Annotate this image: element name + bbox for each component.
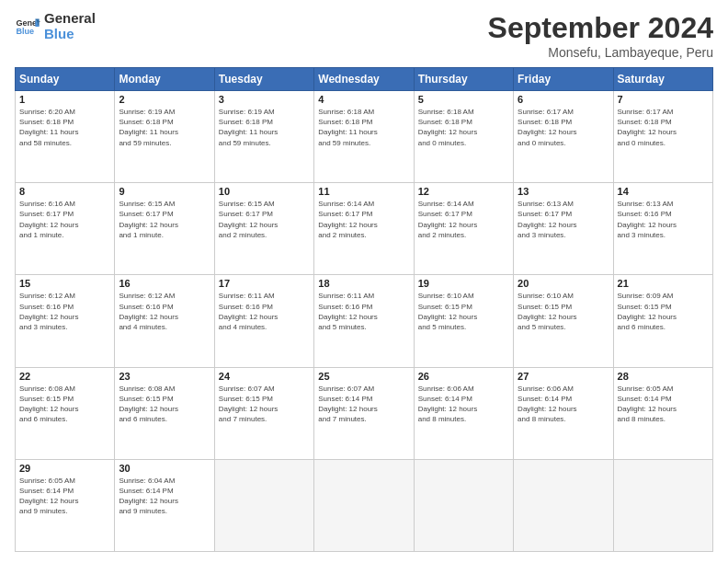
calendar-table: Sunday Monday Tuesday Wednesday Thursday… <box>15 67 713 552</box>
day-number: 16 <box>119 278 210 289</box>
calendar-cell: 26Sunrise: 6:06 AM Sunset: 6:14 PM Dayli… <box>414 367 513 459</box>
day-info: Sunrise: 6:18 AM Sunset: 6:18 PM Dayligh… <box>318 107 409 148</box>
calendar-cell: 9Sunrise: 6:15 AM Sunset: 6:17 PM Daylig… <box>115 183 214 275</box>
calendar-cell: 19Sunrise: 6:10 AM Sunset: 6:15 PM Dayli… <box>414 275 513 367</box>
day-info: Sunrise: 6:07 AM Sunset: 6:14 PM Dayligh… <box>318 384 409 425</box>
day-info: Sunrise: 6:10 AM Sunset: 6:15 PM Dayligh… <box>418 291 509 332</box>
day-number: 2 <box>119 94 210 105</box>
header-tuesday: Tuesday <box>214 68 313 91</box>
calendar-cell: 10Sunrise: 6:15 AM Sunset: 6:17 PM Dayli… <box>214 183 313 275</box>
day-number: 30 <box>119 463 210 474</box>
calendar-cell: 25Sunrise: 6:07 AM Sunset: 6:14 PM Dayli… <box>314 367 414 459</box>
calendar-cell: 12Sunrise: 6:14 AM Sunset: 6:17 PM Dayli… <box>414 183 513 275</box>
calendar-cell <box>414 459 513 551</box>
day-info: Sunrise: 6:14 AM Sunset: 6:17 PM Dayligh… <box>418 199 509 240</box>
day-info: Sunrise: 6:05 AM Sunset: 6:14 PM Dayligh… <box>19 476 110 517</box>
calendar-cell: 6Sunrise: 6:17 AM Sunset: 6:18 PM Daylig… <box>514 91 613 183</box>
week-row-3: 15Sunrise: 6:12 AM Sunset: 6:16 PM Dayli… <box>16 275 713 367</box>
calendar-cell: 16Sunrise: 6:12 AM Sunset: 6:16 PM Dayli… <box>115 275 214 367</box>
calendar-cell: 21Sunrise: 6:09 AM Sunset: 6:15 PM Dayli… <box>613 275 712 367</box>
day-number: 3 <box>219 94 310 105</box>
day-info: Sunrise: 6:15 AM Sunset: 6:17 PM Dayligh… <box>119 199 210 240</box>
day-info: Sunrise: 6:19 AM Sunset: 6:18 PM Dayligh… <box>219 107 310 148</box>
svg-text:Blue: Blue <box>16 27 34 36</box>
day-info: Sunrise: 6:05 AM Sunset: 6:14 PM Dayligh… <box>618 384 709 425</box>
week-row-1: 1Sunrise: 6:20 AM Sunset: 6:18 PM Daylig… <box>16 91 713 183</box>
day-number: 7 <box>618 94 709 105</box>
logo-general: General <box>44 11 96 27</box>
header-thursday: Thursday <box>414 68 513 91</box>
week-row-2: 8Sunrise: 6:16 AM Sunset: 6:17 PM Daylig… <box>16 183 713 275</box>
day-number: 22 <box>19 371 110 382</box>
day-info: Sunrise: 6:08 AM Sunset: 6:15 PM Dayligh… <box>19 384 110 425</box>
header-saturday: Saturday <box>613 68 712 91</box>
day-info: Sunrise: 6:16 AM Sunset: 6:17 PM Dayligh… <box>19 199 110 240</box>
day-number: 17 <box>219 278 310 289</box>
title-block: September 2024 Monsefu, Lambayeque, Peru <box>488 11 713 60</box>
day-number: 29 <box>19 463 110 474</box>
day-info: Sunrise: 6:19 AM Sunset: 6:18 PM Dayligh… <box>119 107 210 148</box>
calendar-cell: 18Sunrise: 6:11 AM Sunset: 6:16 PM Dayli… <box>314 275 414 367</box>
week-row-5: 29Sunrise: 6:05 AM Sunset: 6:14 PM Dayli… <box>16 459 713 551</box>
calendar-cell <box>214 459 313 551</box>
calendar-cell <box>514 459 613 551</box>
calendar-cell: 8Sunrise: 6:16 AM Sunset: 6:17 PM Daylig… <box>16 183 115 275</box>
day-number: 19 <box>418 278 509 289</box>
calendar-cell <box>613 459 712 551</box>
calendar-cell: 29Sunrise: 6:05 AM Sunset: 6:14 PM Dayli… <box>16 459 115 551</box>
day-number: 4 <box>318 94 409 105</box>
day-number: 9 <box>119 186 210 197</box>
day-info: Sunrise: 6:06 AM Sunset: 6:14 PM Dayligh… <box>418 384 509 425</box>
day-info: Sunrise: 6:08 AM Sunset: 6:15 PM Dayligh… <box>119 384 210 425</box>
day-number: 27 <box>518 371 609 382</box>
calendar-cell: 27Sunrise: 6:06 AM Sunset: 6:14 PM Dayli… <box>514 367 613 459</box>
logo: General Blue General Blue <box>15 11 96 41</box>
calendar-cell: 17Sunrise: 6:11 AM Sunset: 6:16 PM Dayli… <box>214 275 313 367</box>
day-info: Sunrise: 6:12 AM Sunset: 6:16 PM Dayligh… <box>119 291 210 332</box>
day-number: 21 <box>618 278 709 289</box>
day-info: Sunrise: 6:17 AM Sunset: 6:18 PM Dayligh… <box>518 107 609 148</box>
calendar-cell: 20Sunrise: 6:10 AM Sunset: 6:15 PM Dayli… <box>514 275 613 367</box>
calendar-cell: 4Sunrise: 6:18 AM Sunset: 6:18 PM Daylig… <box>314 91 414 183</box>
calendar-cell: 7Sunrise: 6:17 AM Sunset: 6:18 PM Daylig… <box>613 91 712 183</box>
day-number: 24 <box>219 371 310 382</box>
day-info: Sunrise: 6:17 AM Sunset: 6:18 PM Dayligh… <box>618 107 709 148</box>
day-info: Sunrise: 6:20 AM Sunset: 6:18 PM Dayligh… <box>19 107 110 148</box>
header-sunday: Sunday <box>16 68 115 91</box>
calendar-header-row: Sunday Monday Tuesday Wednesday Thursday… <box>16 68 713 91</box>
day-number: 20 <box>518 278 609 289</box>
day-number: 1 <box>19 94 110 105</box>
day-info: Sunrise: 6:13 AM Sunset: 6:17 PM Dayligh… <box>518 199 609 240</box>
calendar-cell: 14Sunrise: 6:13 AM Sunset: 6:16 PM Dayli… <box>613 183 712 275</box>
day-number: 10 <box>219 186 310 197</box>
day-info: Sunrise: 6:07 AM Sunset: 6:15 PM Dayligh… <box>219 384 310 425</box>
day-number: 13 <box>518 186 609 197</box>
calendar-cell <box>314 459 414 551</box>
calendar-cell: 2Sunrise: 6:19 AM Sunset: 6:18 PM Daylig… <box>115 91 214 183</box>
day-info: Sunrise: 6:11 AM Sunset: 6:16 PM Dayligh… <box>318 291 409 332</box>
calendar-cell: 5Sunrise: 6:18 AM Sunset: 6:18 PM Daylig… <box>414 91 513 183</box>
day-info: Sunrise: 6:04 AM Sunset: 6:14 PM Dayligh… <box>119 476 210 517</box>
day-info: Sunrise: 6:12 AM Sunset: 6:16 PM Dayligh… <box>19 291 110 332</box>
calendar-cell: 13Sunrise: 6:13 AM Sunset: 6:17 PM Dayli… <box>514 183 613 275</box>
page: General Blue General Blue September 2024… <box>0 0 728 563</box>
day-number: 18 <box>318 278 409 289</box>
calendar-cell: 3Sunrise: 6:19 AM Sunset: 6:18 PM Daylig… <box>214 91 313 183</box>
day-info: Sunrise: 6:10 AM Sunset: 6:15 PM Dayligh… <box>518 291 609 332</box>
calendar-cell: 28Sunrise: 6:05 AM Sunset: 6:14 PM Dayli… <box>613 367 712 459</box>
day-number: 15 <box>19 278 110 289</box>
calendar-cell: 30Sunrise: 6:04 AM Sunset: 6:14 PM Dayli… <box>115 459 214 551</box>
day-number: 14 <box>618 186 709 197</box>
day-info: Sunrise: 6:09 AM Sunset: 6:15 PM Dayligh… <box>618 291 709 332</box>
calendar-cell: 1Sunrise: 6:20 AM Sunset: 6:18 PM Daylig… <box>16 91 115 183</box>
day-info: Sunrise: 6:18 AM Sunset: 6:18 PM Dayligh… <box>418 107 509 148</box>
day-number: 11 <box>318 186 409 197</box>
header-wednesday: Wednesday <box>314 68 414 91</box>
day-number: 6 <box>518 94 609 105</box>
calendar-cell: 23Sunrise: 6:08 AM Sunset: 6:15 PM Dayli… <box>115 367 214 459</box>
day-number: 23 <box>119 371 210 382</box>
day-info: Sunrise: 6:15 AM Sunset: 6:17 PM Dayligh… <box>219 199 310 240</box>
header-friday: Friday <box>514 68 613 91</box>
day-number: 25 <box>318 371 409 382</box>
header-monday: Monday <box>115 68 214 91</box>
